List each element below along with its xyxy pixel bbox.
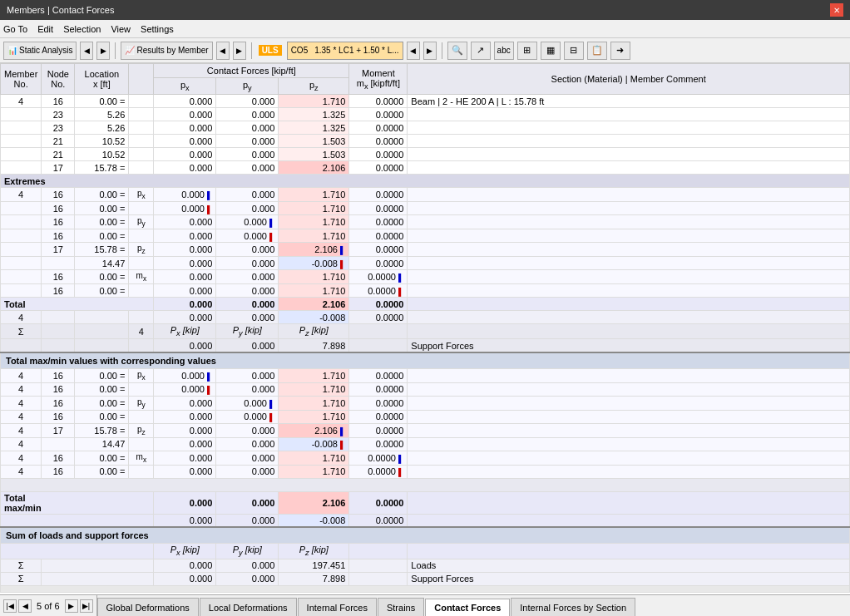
table-row: 4 16 0.00 = 0.000 0.000 1.710 0.0000 Bea… [1, 95, 850, 108]
extremes-header-row: Extremes [1, 175, 850, 188]
header-px: px [154, 78, 216, 95]
header-contact-forces: Contact Forces [kip/ft] [154, 64, 349, 78]
table-row: 21 10.52 0.000 0.000 1.503 0.0000 [1, 148, 850, 161]
table-row: 4 16 0.00 = 0.000 0.000 ▌ 1.710 0.0000 [1, 410, 850, 423]
grid-btn[interactable]: ⊞ [517, 42, 537, 60]
table-row: 4 14.47 0.000 0.000 -0.008 ▌ 0.0000 [1, 437, 850, 451]
table-row: 4 0.000 0.000 -0.008 0.0000 [1, 311, 850, 324]
sum-support-row: Σ 0.000 0.000 7.898 Support Forces [1, 572, 850, 585]
table-row: 4 16 0.00 = py 0.000 0.000 ▌ 1.710 0.000… [1, 396, 850, 410]
table-row: 16 0.00 = py 0.000 0.000 ▌ 1.710 0.0000 [1, 215, 850, 229]
contact-forces-table: MemberNo. NodeNo. Locationx [ft] Contact… [0, 63, 850, 593]
table-row: 16 0.00 = 0.000 0.000 1.710 0.0000 ▌ [1, 284, 850, 298]
table-row: 4 17 15.78 = pz 0.000 0.000 2.106 ▌ 0.00… [1, 423, 850, 437]
combo-selector[interactable]: CO5 1.35 * LC1 + 1.50 * L... [287, 42, 403, 60]
tabs-container: Global Deformations Local Deformations I… [97, 595, 637, 616]
menu-edit[interactable]: Edit [37, 24, 53, 34]
scrollbar-row [1, 585, 850, 592]
menu-bar: Go To Edit Selection View Settings [0, 20, 850, 38]
header-label [129, 64, 154, 95]
header-section: Section (Material) | Member Comment [408, 64, 850, 95]
table-row: 4 16 0.00 = px 0.000 ▌ 0.000 1.710 0.000… [1, 368, 850, 382]
table-row: 17 15.78 = 0.000 0.000 2.106 0.0000 [1, 161, 850, 175]
menu-view[interactable]: View [111, 24, 131, 34]
table-row: 16 0.00 = mx 0.000 0.000 1.710 0.0000 ▌ [1, 270, 850, 284]
results-next-btn[interactable]: ▶ [233, 42, 246, 60]
tab-local-deformations[interactable]: Local Deformations [200, 598, 297, 616]
tab-internal-forces-by-section[interactable]: Internal Forces by Section [511, 598, 635, 616]
table-row: 14.47 0.000 0.000 -0.008 ▌ 0.0000 [1, 257, 850, 270]
uls-badge: ULS [259, 45, 282, 56]
main-content: MemberNo. NodeNo. Locationx [ft] Contact… [0, 63, 850, 594]
header-py: py [216, 78, 279, 95]
analysis-next-btn[interactable]: ▶ [96, 42, 110, 60]
export-btn[interactable]: ➜ [610, 42, 630, 60]
table-row: 4 16 0.00 = 0.000 ▌ 0.000 1.710 0.0000 [1, 382, 850, 396]
header-member: MemberNo. [1, 64, 42, 95]
split-btn[interactable]: ⊟ [564, 42, 584, 60]
total-header-row: Total 0.000 0.000 2.106 0.0000 [1, 298, 850, 311]
tab-prev-btn[interactable]: ◀ [18, 599, 32, 613]
sigma-values-row: 0.000 0.000 7.898 Support Forces [1, 339, 850, 352]
page-indicator: 5 of 6 [33, 601, 63, 611]
header-moment: Momentmx [kipft/ft] [349, 64, 408, 95]
total-min-row: 0.000 0.000 -0.008 0.0000 [1, 514, 850, 527]
spacer-row [1, 478, 850, 491]
tab-navigation: |◀ ◀ 5 of 6 ▶ ▶| [0, 595, 97, 616]
results-prev-btn[interactable]: ◀ [216, 42, 230, 60]
analysis-prev-btn[interactable]: ◀ [80, 42, 93, 60]
magnify-btn[interactable]: 🔍 [447, 42, 467, 60]
tab-internal-forces[interactable]: Internal Forces [298, 598, 377, 616]
combo-next-btn[interactable]: ▶ [423, 42, 437, 60]
tab-contact-forces[interactable]: Contact Forces [425, 599, 510, 616]
close-button[interactable]: ✕ [830, 3, 843, 17]
tab-global-deformations[interactable]: Global Deformations [97, 598, 199, 616]
table-row: 4 16 0.00 = 0.000 0.000 1.710 0.0000 ▌ [1, 465, 850, 478]
total-max-row: Totalmax/min 0.000 0.000 2.106 0.0000 [1, 491, 850, 514]
analysis-label: Static Analysis [19, 46, 72, 55]
excel-btn[interactable]: 📋 [587, 42, 607, 60]
window-title: Members | Contact Forces [7, 5, 114, 15]
maxmin-section-header: Total max/min values with corresponding … [1, 352, 850, 369]
table-row: 21 10.52 0.000 0.000 1.503 0.0000 [1, 135, 850, 148]
tab-next-btn[interactable]: ▶ [65, 599, 78, 613]
tab-first-btn[interactable]: |◀ [3, 599, 17, 613]
table-row: 16 0.00 = 0.000 ▌ 0.000 1.710 0.0000 [1, 202, 850, 215]
sigma-row: Σ 4 Px [kip] Py [kip] Pz [kip] [1, 324, 850, 339]
menu-goto[interactable]: Go To [3, 24, 27, 34]
sum-header-row: Px [kip] Py [kip] Pz [kip] [1, 544, 850, 559]
grid2-btn[interactable]: ▦ [541, 42, 561, 60]
table-row: 4 16 0.00 = px 0.000 ▌ 0.000 1.710 0.000… [1, 188, 850, 202]
header-node: NodeNo. [42, 64, 75, 95]
toolbar: 📊 Static Analysis ◀ ▶ 📈 Results by Membe… [0, 38, 850, 63]
table-row: 4 16 0.00 = mx 0.000 0.000 1.710 0.0000 … [1, 451, 850, 465]
sum-loads-row: Σ 0.000 0.000 197.451 Loads [1, 559, 850, 572]
table-row: 17 15.78 = pz 0.000 0.000 2.106 ▌ 0.0000 [1, 243, 850, 257]
results-label: Results by Member [136, 46, 208, 55]
combo-prev-btn[interactable]: ◀ [407, 42, 420, 60]
cursor-btn[interactable]: ↗ [471, 42, 491, 60]
header-location: Locationx [ft] [75, 64, 129, 95]
table-row: 16 0.00 = 0.000 0.000 ▌ 1.710 0.0000 [1, 229, 850, 243]
sum-section-header: Sum of loads and support forces [1, 527, 850, 544]
results-dropdown-btn[interactable]: 📈 Results by Member [121, 42, 212, 60]
analysis-dropdown-btn[interactable]: 📊 Static Analysis [3, 42, 77, 60]
menu-settings[interactable]: Settings [141, 24, 174, 34]
table-row: 23 5.26 0.000 0.000 1.325 0.0000 [1, 108, 850, 121]
title-bar: Members | Contact Forces ✕ [0, 0, 850, 20]
tab-strains[interactable]: Strains [378, 598, 424, 616]
info-btn[interactable]: abc [494, 42, 514, 60]
tab-last-btn[interactable]: ▶| [80, 599, 93, 613]
table-row: 23 5.26 0.000 0.000 1.325 0.0000 [1, 121, 850, 135]
bottom-tabs: |◀ ◀ 5 of 6 ▶ ▶| Global Deformations Loc… [0, 594, 850, 616]
menu-selection[interactable]: Selection [63, 24, 101, 34]
header-pz: pz [279, 78, 349, 95]
